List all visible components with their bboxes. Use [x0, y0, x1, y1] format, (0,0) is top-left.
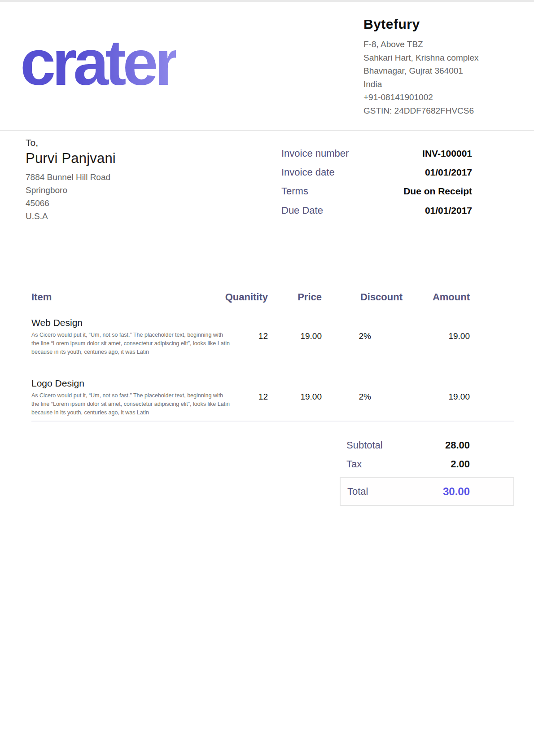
column-header-price: Price: [268, 291, 326, 316]
grand-total-box: Total 30.00: [340, 477, 514, 506]
item-amount: 19.00: [403, 377, 470, 421]
grand-total-label: Total: [347, 486, 368, 497]
company-gstin: GSTIN: 24DDF7682FHVCS6: [363, 104, 514, 118]
company-address-line: Bhavnagar, Gujrat 364001: [363, 64, 514, 78]
item-cell: Web Design As Cicero would put it, “Um, …: [31, 316, 219, 377]
company-address-line: F-8, Above TBZ: [363, 38, 514, 51]
terms-row: Terms Due on Receipt: [281, 186, 472, 197]
table-row: Web Design As Cicero would put it, “Um, …: [31, 316, 470, 377]
subtotal-row: Subtotal 28.00: [340, 440, 514, 451]
customer-address-line: 45066: [26, 197, 116, 210]
totals-section: Subtotal 28.00 Tax 2.00 Total 30.00: [0, 422, 534, 506]
invoice-meta-block: Invoice number INV-100001 Invoice date 0…: [281, 148, 472, 224]
terms-value: Due on Receipt: [403, 186, 472, 196]
item-price: 19.00: [268, 316, 326, 377]
subtotal-label: Subtotal: [346, 440, 383, 451]
due-date-label: Due Date: [281, 205, 323, 216]
column-header-amount: Amount: [403, 291, 470, 316]
company-phone: +91-08141901002: [363, 91, 514, 104]
items-table-header-row: Item Quanitity Price Discount Amount: [31, 291, 470, 316]
grand-total-value: 30.00: [443, 485, 470, 498]
invoice-date-value: 01/01/2017: [425, 167, 472, 177]
items-section: Item Quanitity Price Discount Amount Web…: [0, 291, 534, 421]
tax-value: 2.00: [451, 458, 470, 470]
customer-address-line: U.S.A: [26, 210, 116, 223]
item-discount: 2%: [326, 316, 403, 377]
item-name: Web Design: [31, 316, 219, 329]
column-header-discount: Discount: [326, 291, 403, 316]
subtotal-value: 28.00: [445, 440, 470, 451]
tax-row: Tax 2.00: [340, 458, 514, 470]
invoice-number-row: Invoice number INV-100001: [281, 148, 472, 159]
item-cell: Logo Design As Cicero would put it, “Um,…: [31, 377, 219, 421]
due-date-row: Due Date 01/01/2017: [281, 205, 472, 216]
item-discount: 2%: [326, 377, 403, 421]
item-quantity: 12: [219, 377, 268, 421]
item-price: 19.00: [268, 377, 326, 421]
item-amount: 19.00: [403, 316, 470, 377]
items-table: Item Quanitity Price Discount Amount Web…: [31, 291, 470, 421]
invoice-number-value: INV-100001: [422, 148, 472, 158]
column-header-item: Item: [31, 291, 219, 316]
company-name: Bytefury: [363, 17, 514, 32]
company-address-line: India: [363, 78, 514, 91]
invoice-date-row: Invoice date 01/01/2017: [281, 167, 472, 178]
company-info-block: Bytefury F-8, Above TBZ Sahkari Hart, Kr…: [363, 15, 514, 117]
customer-address-line: 7884 Bunnel Hill Road: [26, 171, 116, 184]
invoice-number-label: Invoice number: [281, 148, 349, 159]
totals-block: Subtotal 28.00 Tax 2.00 Total 30.00: [340, 422, 514, 506]
invoice-date-label: Invoice date: [281, 167, 335, 178]
column-header-quantity: Quanitity: [219, 291, 268, 316]
company-address-line: Sahkari Hart, Krishna complex: [363, 51, 514, 65]
item-description: As Cicero would put it, “Um, not so fast…: [31, 391, 231, 417]
bill-to-block: To, Purvi Panjvani 7884 Bunnel Hill Road…: [26, 137, 116, 224]
due-date-value: 01/01/2017: [425, 205, 472, 215]
item-name: Logo Design: [31, 377, 219, 389]
tax-label: Tax: [346, 458, 362, 470]
bill-to-label: To,: [26, 137, 116, 148]
customer-name: Purvi Panjvani: [26, 150, 116, 167]
invoice-header: crater Bytefury F-8, Above TBZ Sahkari H…: [0, 2, 534, 131]
item-description: As Cicero would put it, “Um, not so fast…: [31, 331, 231, 356]
terms-label: Terms: [281, 186, 308, 197]
customer-address-line: Springboro: [26, 184, 116, 197]
table-row: Logo Design As Cicero would put it, “Um,…: [31, 377, 470, 421]
invoice-page: crater Bytefury F-8, Above TBZ Sahkari H…: [0, 0, 534, 756]
billing-section: To, Purvi Panjvani 7884 Bunnel Hill Road…: [0, 131, 534, 224]
crater-logo: crater: [20, 31, 176, 95]
